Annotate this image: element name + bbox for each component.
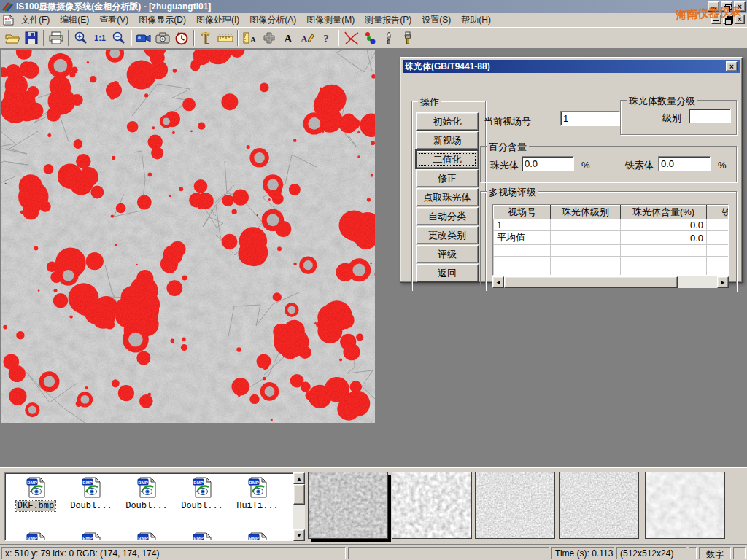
pearlite-percent-input[interactable] <box>522 156 574 171</box>
close-button[interactable]: × <box>734 1 746 12</box>
file-list-scrollbar[interactable]: ▲ ▼ <box>293 472 305 541</box>
file-list[interactable]: DKF.bmp Doubl... Doubl... Doubl... HuiTi… <box>4 472 293 541</box>
particle-classify-button[interactable] <box>360 28 379 47</box>
video-capture-button[interactable] <box>134 28 153 47</box>
thumbnail-1[interactable] <box>308 472 388 539</box>
return-button[interactable]: 返回 <box>416 264 479 282</box>
grid-cross-button[interactable] <box>260 28 279 47</box>
scroll-down-arrow-icon[interactable]: ▼ <box>293 529 305 541</box>
window-titlebar[interactable]: IS100显微摄像系统(金相分析版) - [zhuguangti01] × <box>0 0 747 13</box>
thumbnail-5[interactable] <box>645 472 725 539</box>
dialog-close-button[interactable]: × <box>726 61 738 71</box>
current-field-input[interactable] <box>560 111 620 126</box>
new-field-button[interactable]: 新视场 <box>416 131 479 149</box>
bottom-panel: DKF.bmp Doubl... Doubl... Doubl... HuiTi… <box>0 467 747 544</box>
zoom-out-icon <box>112 31 126 45</box>
open-button[interactable] <box>3 28 22 47</box>
thumbnail-3[interactable] <box>475 472 555 539</box>
scroll-up-arrow-icon[interactable]: ▲ <box>293 472 305 484</box>
file-item[interactable]: Doubl... <box>176 476 228 511</box>
bmp-file-icon <box>191 532 213 541</box>
brush-tool-button[interactable] <box>398 28 417 47</box>
file-item[interactable] <box>65 532 117 541</box>
thumbnail-4[interactable] <box>559 472 639 539</box>
menu-image-display[interactable]: 图像显示(D) <box>133 12 191 28</box>
photo-camera-icon <box>155 31 171 45</box>
table-row <box>494 257 729 268</box>
menu-image-analysis[interactable]: 图像分析(A) <box>244 12 301 28</box>
change-class-button[interactable]: 更改类别 <box>416 226 479 244</box>
bmp-file-icon <box>80 476 102 498</box>
file-item[interactable]: Doubl... <box>65 476 117 511</box>
percent-group-label: 百分含量 <box>487 141 529 154</box>
mdi-close-button[interactable]: × <box>735 15 745 24</box>
menu-file[interactable]: 文件(F) <box>16 12 55 28</box>
scroll-right-arrow-icon[interactable]: ► <box>717 276 729 288</box>
scroll-left-arrow-icon[interactable]: ◄ <box>492 276 504 288</box>
col-ferrite-amount[interactable]: 铁素体含量(%) <box>707 206 729 219</box>
col-pearlite-grade[interactable]: 珠光体级别 <box>551 206 621 219</box>
snapshot-button[interactable] <box>153 28 172 47</box>
grade-button[interactable]: 评级 <box>416 245 479 263</box>
ruler-button[interactable] <box>216 28 235 47</box>
menu-edit[interactable]: 编辑(E) <box>55 12 94 28</box>
thumbnail-2[interactable] <box>392 472 472 539</box>
ferrite-percent-input[interactable] <box>658 156 711 171</box>
file-item[interactable] <box>120 532 173 541</box>
actual-size-button[interactable]: 1:1 <box>90 28 109 47</box>
specimen-image[interactable] <box>1 50 375 423</box>
table-horizontal-scrollbar[interactable]: ◄ ► <box>492 276 729 288</box>
grading-table[interactable]: 视场号 珠光体级别 珠光体含量(%) 铁素体含量(%) 1 0.0 平均值 0.… <box>492 204 729 276</box>
zoom-in-button[interactable] <box>71 28 90 47</box>
file-item[interactable]: HuiTi... <box>231 476 284 511</box>
text-edit-button[interactable]: A <box>298 28 317 47</box>
grading-group-label: 珠光体数量分级 <box>627 95 697 108</box>
correct-button[interactable]: 修正 <box>416 169 479 187</box>
col-field-number[interactable]: 视场号 <box>494 206 551 219</box>
scrollbar-thumb[interactable] <box>293 484 305 505</box>
menu-report[interactable]: 测量报告(P) <box>360 12 417 28</box>
file-item[interactable] <box>231 532 284 541</box>
menu-help[interactable]: 帮助(H) <box>456 12 496 28</box>
print-button[interactable] <box>47 28 66 47</box>
table-row[interactable]: 平均值 0.0 <box>494 231 729 245</box>
minimize-button[interactable] <box>708 1 719 12</box>
table-row[interactable]: 1 0.0 <box>494 219 729 231</box>
caliper-icon <box>199 31 214 45</box>
text-button[interactable]: A <box>279 28 298 47</box>
measure-label-button[interactable]: A <box>241 28 260 47</box>
menu-view[interactable]: 查看(V) <box>94 12 133 28</box>
file-item[interactable]: Doubl... <box>120 476 173 511</box>
menu-image-measure[interactable]: 图像测量(M) <box>301 12 360 28</box>
image-size-status: (512x512x24) <box>616 547 686 559</box>
svg-text:A: A <box>285 33 293 44</box>
auto-classify-button[interactable]: 自动分类 <box>416 207 479 225</box>
help-button[interactable]: ? <box>317 28 336 47</box>
file-item[interactable] <box>9 532 62 541</box>
mdi-minimize-button[interactable] <box>711 15 721 24</box>
pick-pearlite-button[interactable]: 点取珠光体 <box>416 188 479 206</box>
grade-input[interactable] <box>689 109 731 123</box>
menu-image-processing[interactable]: 图像处理(I) <box>191 12 244 28</box>
table-row <box>494 268 729 276</box>
file-item[interactable] <box>176 532 228 541</box>
curve-tool-button[interactable] <box>341 28 360 47</box>
binarize-button[interactable]: 二值化 <box>416 150 479 168</box>
restore-button[interactable] <box>721 1 732 12</box>
col-pearlite-amount[interactable]: 珠光体含量(%) <box>621 206 707 219</box>
file-item[interactable]: DKF.bmp <box>9 476 62 511</box>
brush-icon <box>402 31 414 45</box>
curve-icon <box>342 30 360 46</box>
timer-button[interactable] <box>172 28 191 47</box>
print-icon <box>48 31 64 45</box>
save-button[interactable] <box>22 28 41 47</box>
pen-tool-button[interactable] <box>379 28 398 47</box>
dialog-titlebar[interactable]: 珠光体(GB/T9441-88) × <box>403 60 740 73</box>
toolbar-separator <box>68 30 69 46</box>
menu-settings[interactable]: 设置(S) <box>417 12 456 28</box>
caliper-button[interactable] <box>197 28 216 47</box>
mdi-restore-button[interactable] <box>723 15 733 24</box>
init-button[interactable]: 初始化 <box>416 112 479 131</box>
zoom-out-button[interactable] <box>109 28 128 47</box>
scrollbar-thumb[interactable] <box>504 276 678 288</box>
